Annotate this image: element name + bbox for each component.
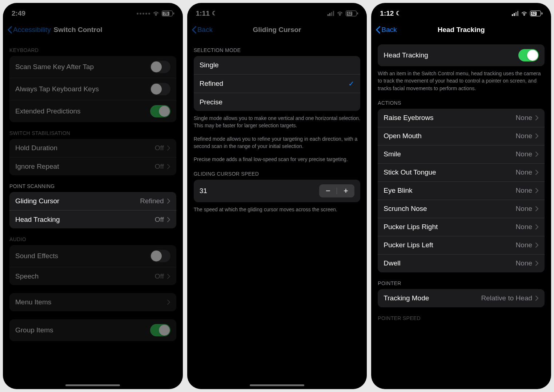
row-menu-items[interactable]: Menu Items <box>9 293 176 311</box>
chevron-right-icon <box>167 164 170 169</box>
chevron-right-icon <box>167 299 170 305</box>
dnd-moon-icon: ☾ <box>212 11 217 16</box>
group-selection-mode: Single Refined ✓ Precise <box>194 56 361 111</box>
row-open-mouth[interactable]: Open MouthNone <box>378 127 545 145</box>
status-bar: 1:11 ☾ 62 <box>187 3 367 20</box>
row-gliding-cursor[interactable]: Gliding Cursor Refined <box>9 192 176 210</box>
speed-stepper: − + <box>319 184 354 197</box>
nav-bar: Back Head Tracking <box>371 20 551 39</box>
stepper-minus-button[interactable]: − <box>319 184 337 197</box>
chevron-right-icon <box>535 242 539 248</box>
row-ignore-repeat[interactable]: Ignore Repeat Off <box>9 157 176 175</box>
toggle-scan-same-key[interactable] <box>150 61 170 73</box>
nav-bar: Accessibility Switch Control <box>3 20 183 39</box>
option-single[interactable]: Single <box>194 56 361 74</box>
row-stick-out-tongue[interactable]: Stick Out TongueNone <box>378 163 545 181</box>
group-group-items: Group Items <box>9 319 176 341</box>
option-refined[interactable]: Refined ✓ <box>194 74 361 93</box>
section-header-selection-mode: SELECTION MODE <box>187 39 367 56</box>
footer-speed: The speed at which the gliding cursor mo… <box>187 202 367 213</box>
nav-title: Switch Control <box>53 26 102 34</box>
toggle-group-items[interactable] <box>150 324 170 336</box>
section-header-keyboard: KEYBOARD <box>3 39 183 56</box>
status-time: 2:49 <box>12 9 25 17</box>
chevron-right-icon <box>535 169 539 175</box>
group-actions: Raise EyebrowsNone Open MouthNone SmileN… <box>378 109 545 272</box>
nav-title: Head Tracking <box>371 26 551 34</box>
toggle-extended-predictions[interactable] <box>150 105 170 117</box>
nav-title: Gliding Cursor <box>187 26 367 34</box>
group-audio: Sound Effects Speech Off <box>9 245 176 285</box>
signal-bars-icon <box>328 11 334 16</box>
chevron-right-icon <box>535 151 539 157</box>
row-smile[interactable]: SmileNone <box>378 145 545 163</box>
option-precise[interactable]: Precise <box>194 93 361 111</box>
signal-dots-icon <box>137 13 150 15</box>
row-hold-duration[interactable]: Hold Duration Off <box>9 139 176 157</box>
section-header-pointer-speed: POINTER SPEED <box>371 307 551 324</box>
toggle-sound-effects[interactable] <box>150 250 170 262</box>
group-keyboard: Scan Same Key After Tap Always Tap Keybo… <box>9 56 176 122</box>
status-time: 1:12 <box>380 9 394 17</box>
row-speech[interactable]: Speech Off <box>9 267 176 285</box>
stepper-plus-button[interactable]: + <box>337 184 354 197</box>
chevron-right-icon <box>167 145 170 151</box>
row-scrunch-nose[interactable]: Scrunch NoseNone <box>378 200 545 218</box>
home-indicator[interactable] <box>65 384 120 386</box>
wifi-icon <box>521 11 527 16</box>
row-tracking-mode[interactable]: Tracking Mode Relative to Head <box>378 289 545 307</box>
footer-single: Single mode allows you to make one verti… <box>187 111 367 129</box>
status-bar: 1:12 ☾ 62 <box>371 3 551 20</box>
chevron-right-icon <box>167 198 170 204</box>
nav-bar: Back Gliding Cursor <box>187 20 367 39</box>
row-head-tracking-toggle[interactable]: Head Tracking <box>378 44 545 66</box>
group-head-tracking-toggle: Head Tracking <box>378 44 545 66</box>
chevron-right-icon <box>535 188 539 193</box>
row-eye-blink[interactable]: Eye BlinkNone <box>378 181 545 200</box>
nav-back-button[interactable]: Accessibility <box>7 26 51 34</box>
row-group-items[interactable]: Group Items <box>9 319 176 341</box>
battery-level: 75 <box>162 12 169 16</box>
battery-indicator: 62 <box>530 11 542 16</box>
row-pucker-lips-left[interactable]: Pucker Lips LeftNone <box>378 236 545 254</box>
status-bar: 2:49 75 <box>3 3 183 20</box>
toggle-head-tracking[interactable] <box>518 49 539 61</box>
chevron-right-icon <box>167 273 170 279</box>
group-switch-stabilisation: Hold Duration Off Ignore Repeat Off <box>9 139 176 175</box>
group-menu-items: Menu Items <box>9 293 176 311</box>
footer-refined: Refined mode allows you to refine your t… <box>187 129 367 150</box>
speed-value: 31 <box>200 187 207 195</box>
chevron-right-icon <box>535 224 539 230</box>
row-pucker-lips-right[interactable]: Pucker Lips RightNone <box>378 218 545 236</box>
row-raise-eyebrows[interactable]: Raise EyebrowsNone <box>378 109 545 127</box>
wifi-icon <box>337 11 343 16</box>
phone-gliding-cursor: 1:11 ☾ 62 Back Gliding Cursor SELECTION … <box>187 3 367 389</box>
row-speed-stepper: 31 − + <box>194 180 361 202</box>
nav-back-label: Accessibility <box>13 26 51 34</box>
battery-level: 62 <box>347 12 353 16</box>
battery-indicator: 62 <box>346 11 358 16</box>
row-sound-effects[interactable]: Sound Effects <box>9 245 176 267</box>
nav-back-button[interactable]: Back <box>376 26 397 34</box>
chevron-right-icon <box>535 260 539 266</box>
nav-back-button[interactable]: Back <box>192 26 213 34</box>
section-header-speed: GLIDING CURSOR SPEED <box>187 163 367 180</box>
phone-switch-control: 2:49 75 Accessibility Switch Control KEY… <box>3 3 183 389</box>
dnd-moon-icon: ☾ <box>396 11 401 16</box>
row-head-tracking[interactable]: Head Tracking Off <box>9 210 176 228</box>
section-header-actions: ACTIONS <box>371 92 551 109</box>
wifi-icon <box>153 11 159 16</box>
group-pointer: Tracking Mode Relative to Head <box>378 289 545 307</box>
row-extended-predictions[interactable]: Extended Predictions <box>9 100 176 122</box>
row-always-tap[interactable]: Always Tap Keyboard Keys <box>9 78 176 100</box>
signal-bars-icon <box>512 11 518 16</box>
battery-level: 62 <box>531 12 537 16</box>
chevron-right-icon <box>167 217 170 223</box>
toggle-always-tap[interactable] <box>150 83 170 95</box>
footer-head-tracking: With an item in the Switch Control menu,… <box>371 66 551 92</box>
row-scan-same-key[interactable]: Scan Same Key After Tap <box>9 56 176 78</box>
chevron-right-icon <box>535 133 539 139</box>
row-dwell[interactable]: DwellNone <box>378 254 545 272</box>
chevron-right-icon <box>535 115 539 121</box>
battery-indicator: 75 <box>162 11 174 16</box>
